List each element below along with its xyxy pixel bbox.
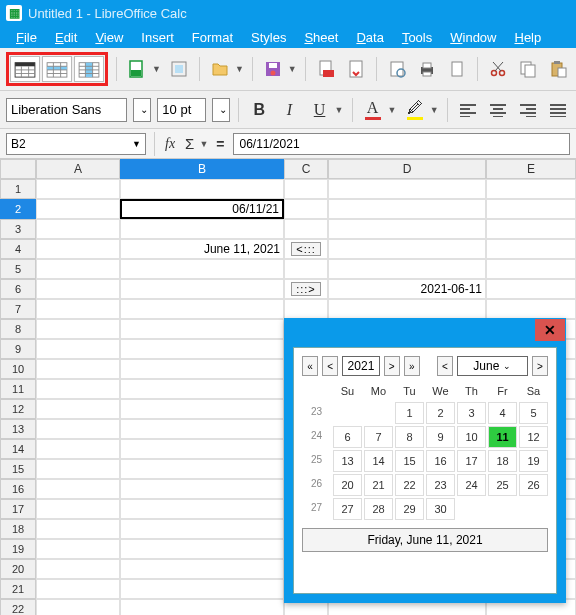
menu-data[interactable]: Data: [348, 28, 391, 47]
cell-B12[interactable]: [120, 399, 284, 419]
menu-window[interactable]: Window: [442, 28, 504, 47]
cell-C2[interactable]: [284, 199, 328, 219]
dropdown-caret-icon[interactable]: ▼: [235, 64, 244, 74]
year-field[interactable]: 2021: [342, 356, 379, 376]
row-header-16[interactable]: 16: [0, 479, 36, 499]
calendar-day-8[interactable]: 8: [395, 426, 424, 448]
cell-A12[interactable]: [36, 399, 120, 419]
cell-A3[interactable]: [36, 219, 120, 239]
calendar-footer-button[interactable]: Friday, June 11, 2021: [302, 528, 548, 552]
align-justify-button[interactable]: [546, 97, 570, 123]
cell-A1[interactable]: [36, 179, 120, 199]
cell-C7[interactable]: [284, 299, 328, 319]
calendar-day-19[interactable]: 19: [519, 450, 548, 472]
calendar-day-10[interactable]: 10: [457, 426, 486, 448]
cell-B15[interactable]: [120, 459, 284, 479]
copy-button[interactable]: [516, 56, 540, 82]
row-header-19[interactable]: 19: [0, 539, 36, 559]
calendar-day-29[interactable]: 29: [395, 498, 424, 520]
italic-button[interactable]: I: [277, 97, 301, 123]
column-header-E[interactable]: E: [486, 159, 576, 179]
cell-E4[interactable]: [486, 239, 576, 259]
align-center-button[interactable]: [486, 97, 510, 123]
calendar-day-20[interactable]: 20: [333, 474, 362, 496]
font-size-combo[interactable]: 10 pt: [157, 98, 206, 122]
cell-A18[interactable]: [36, 519, 120, 539]
row-header-17[interactable]: 17: [0, 499, 36, 519]
cell-D6[interactable]: 2021-06-11: [328, 279, 486, 299]
cell-B21[interactable]: [120, 579, 284, 599]
calendar-day-23[interactable]: 23: [426, 474, 455, 496]
cell-B16[interactable]: [120, 479, 284, 499]
month-field[interactable]: June ⌄: [457, 356, 528, 376]
year-first-button[interactable]: «: [302, 356, 318, 376]
row-header-10[interactable]: 10: [0, 359, 36, 379]
cell-B1[interactable]: [120, 179, 284, 199]
calendar-insert-date-3[interactable]: [74, 56, 104, 82]
menu-help[interactable]: Help: [506, 28, 549, 47]
cell-A4[interactable]: [36, 239, 120, 259]
formula-input[interactable]: 06/11/2021: [233, 133, 571, 155]
cell-B14[interactable]: [120, 439, 284, 459]
dropdown-caret-icon[interactable]: ▼: [430, 105, 439, 115]
cell-A10[interactable]: [36, 359, 120, 379]
cell-A6[interactable]: [36, 279, 120, 299]
row-header-9[interactable]: 9: [0, 339, 36, 359]
cell-D1[interactable]: [328, 179, 486, 199]
cell-A8[interactable]: [36, 319, 120, 339]
calendar-day-4[interactable]: 4: [488, 402, 517, 424]
row-header-5[interactable]: 5: [0, 259, 36, 279]
cell-B11[interactable]: [120, 379, 284, 399]
menu-file[interactable]: File: [8, 28, 45, 47]
menu-format[interactable]: Format: [184, 28, 241, 47]
calendar-day-16[interactable]: 16: [426, 450, 455, 472]
cut-button[interactable]: [486, 56, 510, 82]
menu-view[interactable]: View: [87, 28, 131, 47]
row-header-14[interactable]: 14: [0, 439, 36, 459]
font-size-dropdown[interactable]: ⌄: [212, 98, 230, 122]
cell-E5[interactable]: [486, 259, 576, 279]
function-wizard-button[interactable]: fx: [163, 136, 177, 152]
calendar-day-18[interactable]: 18: [488, 450, 517, 472]
cell-B5[interactable]: [120, 259, 284, 279]
year-next-button[interactable]: >: [384, 356, 400, 376]
cell-B19[interactable]: [120, 539, 284, 559]
calendar-day-25[interactable]: 25: [488, 474, 517, 496]
cell-A7[interactable]: [36, 299, 120, 319]
row-header-3[interactable]: 3: [0, 219, 36, 239]
month-next-button[interactable]: >: [532, 356, 548, 376]
row-header-1[interactable]: 1: [0, 179, 36, 199]
underline-button[interactable]: U: [307, 97, 331, 123]
highlight-color-button[interactable]: 🖉: [403, 97, 427, 123]
year-last-button[interactable]: »: [404, 356, 420, 376]
cell-B17[interactable]: [120, 499, 284, 519]
row-header-22[interactable]: 22: [0, 599, 36, 615]
dropdown-caret-icon[interactable]: ▼: [288, 64, 297, 74]
new-doc-button[interactable]: [125, 56, 149, 82]
row-header-7[interactable]: 7: [0, 299, 36, 319]
open-button[interactable]: [208, 56, 232, 82]
cell-A20[interactable]: [36, 559, 120, 579]
calendar-day-17[interactable]: 17: [457, 450, 486, 472]
cell-D5[interactable]: [328, 259, 486, 279]
dropdown-caret-icon[interactable]: ▼: [388, 105, 397, 115]
cell-E7[interactable]: [486, 299, 576, 319]
calendar-day-26[interactable]: 26: [519, 474, 548, 496]
export-pdf-button[interactable]: [314, 56, 338, 82]
calendar-day-21[interactable]: 21: [364, 474, 393, 496]
cell-A14[interactable]: [36, 439, 120, 459]
sum-button[interactable]: Σ: [183, 135, 196, 152]
menu-tools[interactable]: Tools: [394, 28, 440, 47]
cell-A15[interactable]: [36, 459, 120, 479]
calendar-day-13[interactable]: 13: [333, 450, 362, 472]
calendar-day-6[interactable]: 6: [333, 426, 362, 448]
calendar-day-3[interactable]: 3: [457, 402, 486, 424]
row-header-2[interactable]: 2: [0, 199, 36, 219]
calendar-insert-date-2[interactable]: [42, 56, 72, 82]
cell-B13[interactable]: [120, 419, 284, 439]
cell-A2[interactable]: [36, 199, 120, 219]
export-direct-button[interactable]: [344, 56, 368, 82]
trace-button[interactable]: :::>: [291, 282, 321, 296]
column-header-B[interactable]: B: [120, 159, 284, 179]
calendar-day-28[interactable]: 28: [364, 498, 393, 520]
